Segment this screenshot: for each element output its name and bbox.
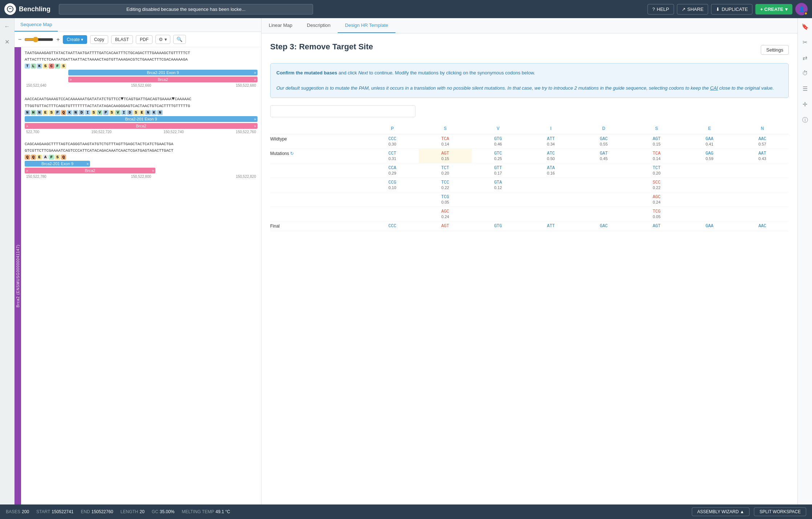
info-icon[interactable]: ⓘ <box>801 115 809 126</box>
aa-badge[interactable]: D <box>127 110 133 115</box>
syn-S-1[interactable]: TCT0.20 <box>419 163 472 178</box>
syn-S-3[interactable]: TCG0.05 <box>419 192 472 207</box>
aa-badge[interactable]: A <box>43 155 48 160</box>
aa-badge[interactable]: P <box>103 110 109 115</box>
settings-button[interactable]: Settings <box>761 45 789 55</box>
aa-badge[interactable]: S <box>43 64 48 69</box>
mut-N[interactable]: AAT0.43 <box>736 149 789 163</box>
pdf-button[interactable]: PDF <box>136 35 153 44</box>
aa-badge[interactable]: P <box>55 110 60 115</box>
syn-S2-1[interactable]: TCT0.20 <box>630 163 683 178</box>
wt-V[interactable]: GTG0.46 <box>472 134 525 149</box>
wt-I[interactable]: ATT0.34 <box>524 134 577 149</box>
wt-S[interactable]: TCA0.14 <box>419 134 472 149</box>
aa-badge[interactable]: L <box>31 64 36 69</box>
zoom-out-button[interactable]: − <box>18 36 21 43</box>
aa-badge[interactable]: Q <box>25 155 30 160</box>
aa-badge[interactable]: Q <box>31 155 36 160</box>
zoom-in-button[interactable]: + <box>56 36 60 43</box>
list-icon[interactable]: ☰ <box>801 84 809 94</box>
search-icon-button[interactable]: 🔍 <box>173 35 186 44</box>
mut-I[interactable]: ATC0.50 <box>524 149 577 163</box>
wt-N[interactable]: AAC0.57 <box>736 134 789 149</box>
cai-link[interactable]: CAI <box>710 85 718 91</box>
close-icon[interactable]: ✕ <box>3 37 11 47</box>
syn-P-2[interactable]: CCG0.10 <box>366 178 419 192</box>
blast-button[interactable]: BLAST <box>111 35 133 44</box>
syn-V-1[interactable]: GTT0.17 <box>472 163 525 178</box>
aa-badge[interactable]: T <box>25 64 30 69</box>
wt-P[interactable]: CCC0.30 <box>366 134 419 149</box>
transfer-icon[interactable]: ⇄ <box>801 53 809 63</box>
aa-badge[interactable]: S <box>49 110 54 115</box>
syn-S-2[interactable]: TCC0.22 <box>419 178 472 192</box>
final-N[interactable]: AAC <box>736 221 789 231</box>
aa-badge[interactable]: K <box>67 110 72 115</box>
tab-linear-map[interactable]: Linear Map <box>261 18 300 33</box>
aa-badge[interactable]: S <box>91 110 97 115</box>
create-annotation-button[interactable]: Create ▾ <box>63 35 87 44</box>
aa-badge[interactable]: K <box>37 64 42 69</box>
arrow-icon[interactable]: ← <box>3 22 12 31</box>
aa-badge[interactable]: I <box>121 110 127 115</box>
syn-V-2[interactable]: GTA0.12 <box>472 178 525 192</box>
tab-design-hr-template[interactable]: Design HR Template <box>338 18 395 33</box>
aa-badge[interactable]: F <box>49 155 54 160</box>
create-button[interactable]: + CREATE ▾ <box>755 4 792 15</box>
aa-badge[interactable]: N <box>157 110 163 115</box>
aa-badge[interactable]: S <box>109 110 115 115</box>
aa-badge[interactable]: N <box>37 110 42 115</box>
aa-badge[interactable]: E <box>139 110 145 115</box>
wt-E[interactable]: GAA0.41 <box>683 134 736 149</box>
wt-D[interactable]: GAC0.55 <box>577 134 630 149</box>
syn-S2-2[interactable]: SCC0.22 <box>630 178 683 192</box>
mut-D[interactable]: GAT0.45 <box>577 149 630 163</box>
copy-button[interactable]: Copy <box>90 35 108 44</box>
mut-S[interactable]: AGT0.15 <box>419 149 472 163</box>
settings-icon-button[interactable]: ⚙ ▾ <box>155 35 170 44</box>
aa-badge[interactable]: Q <box>61 110 66 115</box>
final-V[interactable]: GTG <box>472 221 525 231</box>
clock-icon[interactable]: ⏱ <box>801 69 809 78</box>
mut-E[interactable]: GAG0.59 <box>683 149 736 163</box>
refresh-icon[interactable]: ↻ <box>290 151 294 156</box>
wt-S2[interactable]: AGT0.15 <box>630 134 683 149</box>
aa-badge[interactable]: N <box>73 110 78 115</box>
syn-P-1[interactable]: CCA0.29 <box>366 163 419 178</box>
crosshair-icon[interactable]: ✛ <box>801 99 809 109</box>
aa-badge[interactable]: D <box>79 110 84 115</box>
aa-badge[interactable]: S <box>61 64 66 69</box>
final-E[interactable]: GAA <box>683 221 736 231</box>
tab-sequence-map[interactable]: Sequence Map <box>15 18 58 32</box>
aa-badge[interactable]: K <box>151 110 157 115</box>
assembly-wizard-button[interactable]: ASSEMBLY WIZARD ▲ <box>692 507 750 516</box>
aa-badge[interactable]: E <box>43 110 48 115</box>
split-workspace-button[interactable]: SPLIT WORKSPACE <box>754 507 806 516</box>
aa-badge[interactable]: N <box>25 110 30 115</box>
share-button[interactable]: ↗ SHARE <box>677 4 709 15</box>
aa-badge[interactable]: V <box>115 110 121 115</box>
aa-badge[interactable]: S <box>133 110 139 115</box>
syn-S2-4[interactable]: TCG0.05 <box>630 207 683 221</box>
mut-S2[interactable]: TCA0.14 <box>630 149 683 163</box>
aa-badge[interactable]: E <box>37 155 42 160</box>
aa-badge[interactable]: S <box>55 155 60 160</box>
aa-badge[interactable]: F <box>55 64 60 69</box>
tab-description[interactable]: Description <box>300 18 338 33</box>
aa-badge[interactable]: Q <box>61 155 66 160</box>
scissors-icon[interactable]: ✂ <box>801 37 809 47</box>
final-S2[interactable]: AGT <box>630 221 683 231</box>
mut-P[interactable]: CCT0.31 <box>366 149 419 163</box>
aa-badge[interactable]: H <box>31 110 36 115</box>
final-S[interactable]: AGT <box>419 221 472 231</box>
syn-S2-3[interactable]: AGC0.24 <box>630 192 683 207</box>
final-D[interactable]: GAC <box>577 221 630 231</box>
avatar[interactable]: 👤 <box>795 3 808 15</box>
aa-badge[interactable]: C <box>49 64 54 69</box>
final-P[interactable]: CCC <box>366 221 419 231</box>
help-button[interactable]: ? HELP <box>647 4 674 15</box>
sequence-field[interactable]: TTTTCACTGTCAATCACTGA <box>270 105 415 117</box>
final-I[interactable]: ATT <box>524 221 577 231</box>
bookmark-icon[interactable]: 🔖 <box>800 22 810 32</box>
aa-badge[interactable]: N <box>145 110 151 115</box>
